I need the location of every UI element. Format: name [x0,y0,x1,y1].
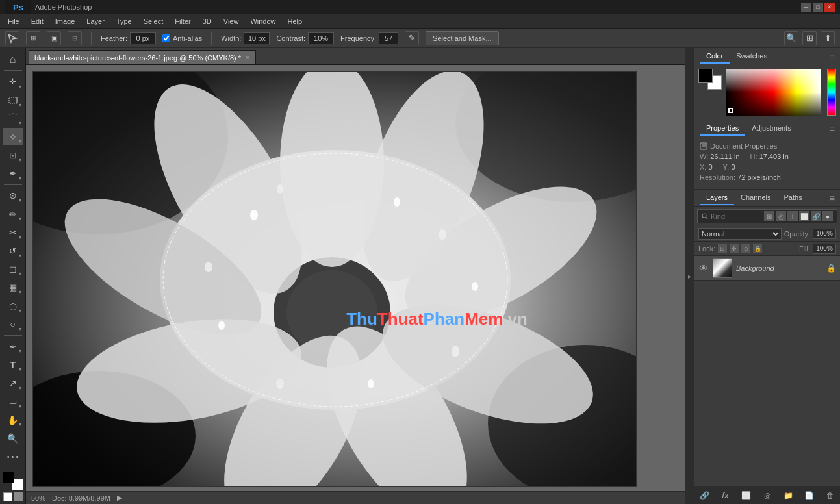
current-tool-icon[interactable] [5,31,19,45]
tab-paths[interactable]: Paths [778,191,809,205]
filter-toggle[interactable]: ● [822,211,833,221]
layer-visibility-toggle[interactable]: 👁 [698,263,709,273]
tab-channels[interactable]: Channels [734,191,777,205]
opacity-input[interactable] [813,229,836,239]
lock-all-icon[interactable]: 🔒 [753,244,762,253]
new-group-icon[interactable]: 📁 [782,490,794,501]
eraser-tool[interactable]: ◻▾ [3,260,23,278]
tab-properties[interactable]: Properties [700,121,745,136]
tab-swatches[interactable]: Swatches [730,49,774,64]
lock-pixels-icon[interactable]: ⊞ [718,244,727,253]
lock-position-icon[interactable]: ✛ [730,244,739,253]
path-selection-tool[interactable]: ↗▾ [3,374,23,392]
layers-search-bar[interactable]: ⊞ ◎ T ⬜ 🔗 ● [697,209,837,223]
blur-tool[interactable]: ◌▾ [3,297,23,314]
select-mask-button[interactable]: Select and Mask... [426,31,499,45]
lasso-tool[interactable]: ⌒▾ [3,110,23,127]
width-input[interactable] [244,32,270,44]
canvas-container[interactable]: ThuThuatPhanMem.vn [26,65,685,491]
magic-wand-tool[interactable]: ✧▾ [3,128,23,145]
more-tools[interactable]: • • • [3,447,23,465]
tool-option-btn2[interactable]: ▣ [47,31,61,45]
home-tool[interactable]: ⌂ [3,51,23,68]
type-tool[interactable]: T▾ [3,356,23,373]
properties-panel-menu[interactable]: ≡ [830,123,835,134]
tab-close-button[interactable]: ✕ [245,54,250,61]
menu-file[interactable]: File [3,16,25,27]
fg-bg-color-selector[interactable] [698,69,722,90]
pen-tool[interactable]: ✒▾ [3,338,23,355]
tab-layers[interactable]: Layers [700,191,734,205]
crop-tool[interactable]: ⊡▾ [3,146,23,164]
color-gradient-box[interactable] [726,69,821,116]
standard-mode-icon[interactable] [3,492,12,501]
layers-panel-menu[interactable]: ≡ [830,193,835,203]
fg-bg-color-picker[interactable] [3,472,23,490]
brush-tool[interactable]: ✏▾ [3,205,23,223]
menu-window[interactable]: Window [245,16,281,27]
filter-shape-icon[interactable]: ⬜ [799,211,809,221]
add-mask-icon[interactable]: ⬜ [741,490,752,501]
search-icon[interactable]: 🔍 [784,31,798,45]
opacity-label: Opacity: [784,230,810,238]
zoom-tool[interactable]: 🔍 [3,429,23,447]
stylus-pressure-icon[interactable]: ✎ [405,31,419,45]
filter-smart-icon[interactable]: 🔗 [811,211,821,221]
tab-adjustments[interactable]: Adjustments [745,121,798,136]
menu-select[interactable]: Select [138,16,169,27]
search-icon [702,213,708,220]
filter-adj-icon[interactable]: ◎ [776,211,786,221]
quick-mask-icon[interactable] [14,492,23,501]
anti-alias-checkbox[interactable] [162,34,170,42]
color-picker-gradient[interactable] [726,69,821,116]
dodge-tool[interactable]: ○▾ [3,316,23,333]
new-layer-icon[interactable]: 📄 [804,490,815,501]
fill-input[interactable] [813,244,836,254]
menu-help[interactable]: Help [283,16,308,27]
gradient-tool[interactable]: ▦▾ [3,279,23,296]
color-panel-menu[interactable]: ≡ [830,51,835,62]
color-hue-slider[interactable] [827,69,836,116]
window-controls[interactable]: ─ □ ✕ [801,3,835,12]
menu-type[interactable]: Type [111,16,137,27]
foreground-color-chip[interactable] [698,69,713,83]
close-button[interactable]: ✕ [824,3,835,12]
maximize-button[interactable]: □ [813,3,823,12]
move-tool[interactable]: ✛▾ [3,73,23,90]
tool-option-btn1[interactable]: ⊞ [26,31,40,45]
layer-effects-icon[interactable]: fx [719,490,731,501]
panel-collapse-handle[interactable]: ▸ [685,48,694,504]
layers-search-input[interactable] [711,212,761,220]
frequency-input[interactable] [379,32,398,44]
eyedropper-tool[interactable]: ✒▾ [3,165,23,183]
healing-brush-tool[interactable]: ⊙▾ [3,187,23,205]
minimize-button[interactable]: ─ [801,3,811,12]
hand-tool[interactable]: ✋▾ [3,411,23,429]
rectangular-marquee-tool[interactable]: ▾ [3,92,23,109]
filter-pixel-icon[interactable]: ⊞ [764,211,774,221]
layer-background[interactable]: 👁 Background 🔒 [694,256,840,281]
arrange-icon[interactable]: ⊞ [802,31,817,45]
share-icon[interactable]: ⬆ [821,31,835,45]
new-adjustment-icon[interactable]: ◎ [761,490,773,501]
menu-image[interactable]: Image [50,16,81,27]
menu-view[interactable]: View [218,16,244,27]
clone-stamp-tool[interactable]: ✂▾ [3,223,23,241]
menu-layer[interactable]: Layer [81,16,110,27]
foreground-color-swatch[interactable] [3,472,14,483]
contrast-input[interactable] [308,32,334,44]
tab-color[interactable]: Color [700,49,730,64]
feather-input[interactable] [130,32,156,44]
link-layers-icon[interactable]: 🔗 [698,490,710,501]
delete-layer-icon[interactable]: 🗑 [824,490,836,501]
blend-mode-select[interactable]: Normal [698,228,782,240]
menu-edit[interactable]: Edit [26,16,49,27]
menu-filter[interactable]: Filter [170,16,196,27]
filter-type-icon[interactable]: T [787,211,798,221]
history-brush-tool[interactable]: ↺▾ [3,242,23,260]
lock-artboard-icon[interactable]: ◇ [741,244,750,253]
document-tab[interactable]: black-and-white-pictures-of-flowers-26-1… [29,50,256,64]
menu-3d[interactable]: 3D [197,16,217,27]
tool-option-btn3[interactable]: ⊟ [68,31,82,45]
rectangle-tool[interactable]: ▭▾ [3,393,23,410]
